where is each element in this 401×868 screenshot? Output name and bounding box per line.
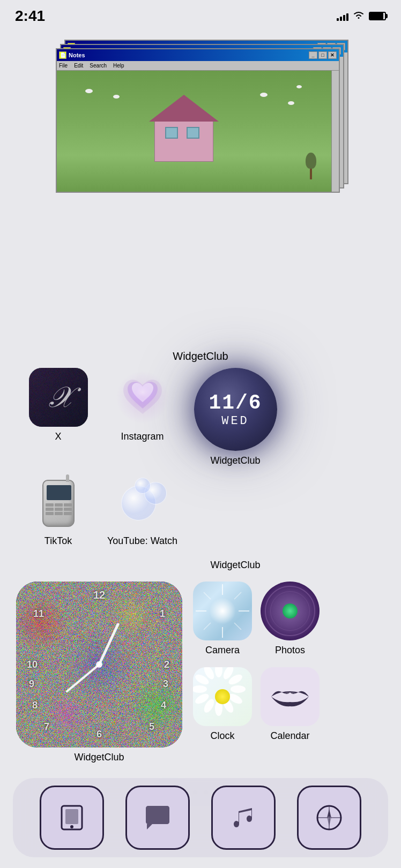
svg-line-9 <box>204 623 211 630</box>
status-bar: 2:41 <box>0 0 401 29</box>
instagram-app-label: Instagram <box>121 431 164 443</box>
app-row-1: 𝒳 X <box>0 368 401 467</box>
svg-line-0 <box>99 624 118 665</box>
safari-icon <box>313 802 345 834</box>
app-item-instagram[interactable]: Instagram <box>100 368 184 467</box>
messages-icon <box>142 802 174 834</box>
x-app-label: X <box>55 431 61 443</box>
widgetclub-notes-label: WidgetClub <box>48 350 353 363</box>
dock-item-messages[interactable] <box>125 786 190 850</box>
tiktok-app-label: TikTok <box>44 535 72 547</box>
widgetclub-clock-label: WidgetClub <box>74 752 124 764</box>
app-item-calendar[interactable]: Calendar <box>261 667 320 742</box>
svg-point-2 <box>96 661 102 668</box>
photos-app-icon[interactable] <box>261 582 320 640</box>
youtube-app-label: YouTube: Watch <box>107 535 177 547</box>
x-app-icon[interactable]: 𝒳 <box>29 368 88 427</box>
dock-item-safari[interactable] <box>297 786 361 850</box>
app-item-widgetclub2[interactable]: WidgetClub <box>184 472 286 571</box>
daisy-icon <box>201 675 244 718</box>
camera-app-icon[interactable] <box>193 582 252 640</box>
app-item-widgetclub-date[interactable]: 11/6 WED WidgetClub <box>184 368 286 467</box>
widgetclub2-icon <box>194 472 277 555</box>
win-scrollbar[interactable] <box>331 71 339 192</box>
date-day: WED <box>221 414 249 428</box>
app-item-photos[interactable]: Photos <box>261 582 320 656</box>
win-menubar: FileEditSearchHelp <box>57 61 339 71</box>
messages-dock-icon[interactable] <box>125 786 190 850</box>
clock-hands-svg <box>16 582 182 748</box>
app-item-camera[interactable]: Camera <box>193 582 252 656</box>
tiktok-app-icon[interactable] <box>29 472 88 531</box>
svg-point-12 <box>70 825 73 828</box>
small-icons-grid: Camera Photos <box>193 582 320 742</box>
x-letter: 𝒳 <box>47 381 70 414</box>
phone-dock-icon[interactable] <box>40 786 104 850</box>
instagram-app-icon[interactable] <box>113 368 172 427</box>
clock-widget-large[interactable]: 12 11 1 10 2 9 3 8 4 7 6 <box>16 582 182 748</box>
clock-app-label: Clock <box>210 730 234 742</box>
status-icons <box>337 10 386 22</box>
dock-item-music[interactable] <box>211 786 276 850</box>
calendar-lips-svg <box>269 681 311 713</box>
svg-line-8 <box>234 592 241 599</box>
safari-dock-icon[interactable] <box>297 786 361 850</box>
signal-icon <box>337 11 348 21</box>
youtube-app-icon[interactable] <box>113 472 172 531</box>
music-dock-icon[interactable] <box>211 786 276 850</box>
date-widget-circle: 11/6 WED <box>194 368 277 451</box>
svg-marker-17 <box>327 818 331 826</box>
dock-item-phone[interactable] <box>40 786 104 850</box>
phone-icon <box>56 802 88 834</box>
camera-app-label: Camera <box>205 645 240 656</box>
calendar-app-icon[interactable] <box>261 667 320 726</box>
app-row-2: TikTok YouTube: Watch WidgetClub <box>0 472 401 571</box>
clock-app-icon[interactable] <box>193 667 252 726</box>
win-content <box>57 71 339 192</box>
wifi-icon <box>353 10 365 22</box>
date-number: 11/6 <box>209 391 262 414</box>
large-widget-row: 12 11 1 10 2 9 3 8 4 7 6 <box>0 576 401 769</box>
music-icon <box>227 802 259 834</box>
widgetclub-date-label: WidgetClub <box>210 455 260 467</box>
win-frame-front: 📄 Notes _ □ ✕ FileEditSearchHelp <box>56 48 340 193</box>
svg-line-10 <box>234 623 241 630</box>
app-item-youtube[interactable]: YouTube: Watch <box>100 472 184 571</box>
app-item-tiktok[interactable]: TikTok <box>16 472 100 571</box>
widgetclub-notes-widget[interactable]: 📄 Notes _ □ ✕ 📄 Notes _ □ <box>48 40 353 363</box>
calendar-app-label: Calendar <box>270 730 309 742</box>
dock <box>13 778 388 857</box>
status-time: 2:41 <box>15 7 45 25</box>
widgetclub2-label: WidgetClub <box>210 560 260 571</box>
svg-rect-11 <box>65 809 78 824</box>
bubble-small <box>135 478 151 494</box>
app-item-x[interactable]: 𝒳 X <box>16 368 100 467</box>
svg-marker-16 <box>327 809 331 818</box>
app-item-clock[interactable]: Clock <box>193 667 252 742</box>
battery-icon <box>369 12 386 20</box>
photos-app-label: Photos <box>275 645 305 656</box>
svg-line-1 <box>67 665 99 691</box>
svg-line-7 <box>204 592 211 599</box>
large-clock-widget-item[interactable]: 12 11 1 10 2 9 3 8 4 7 6 <box>16 582 182 764</box>
